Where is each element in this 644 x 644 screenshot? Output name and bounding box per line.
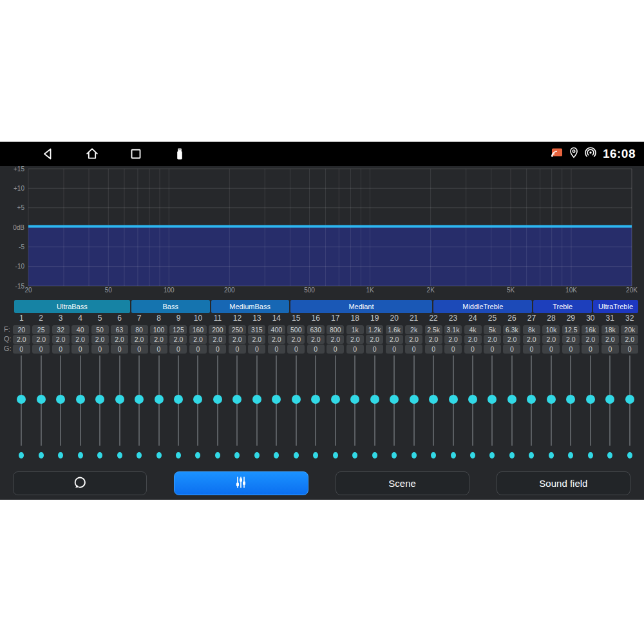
gain-value-chip[interactable]: 0 [621, 345, 638, 354]
gain-value-chip[interactable]: 0 [111, 345, 128, 354]
slider-knob[interactable] [17, 395, 26, 404]
q-value-chip[interactable]: 2.0 [52, 335, 70, 344]
q-value-chip[interactable]: 2.0 [503, 335, 520, 344]
slider-knob[interactable] [468, 395, 477, 404]
gain-slider[interactable] [75, 355, 86, 446]
freq-value-chip[interactable]: 3.1k [444, 325, 462, 334]
gain-slider[interactable] [330, 355, 341, 446]
gain-slider[interactable] [291, 355, 301, 446]
slider-knob[interactable] [547, 395, 556, 404]
gain-slider[interactable] [173, 355, 184, 446]
freq-value-chip[interactable]: 6.3k [503, 325, 520, 334]
sound-field-button[interactable]: Sound field [497, 471, 630, 495]
slider-knob[interactable] [174, 395, 183, 404]
gain-value-chip[interactable]: 0 [150, 345, 167, 354]
q-value-chip[interactable]: 2.0 [327, 335, 344, 344]
freq-value-chip[interactable]: 20 [13, 325, 30, 334]
freq-value-chip[interactable]: 63 [111, 325, 128, 334]
gain-value-chip[interactable]: 0 [32, 345, 50, 354]
gain-slider[interactable] [428, 355, 439, 446]
slider-knob[interactable] [37, 395, 46, 404]
q-value-chip[interactable]: 2.0 [405, 335, 422, 344]
gain-slider[interactable] [370, 355, 380, 446]
slider-knob[interactable] [76, 395, 85, 404]
freq-value-chip[interactable]: 18k [601, 325, 619, 334]
gain-value-chip[interactable]: 0 [444, 345, 462, 354]
q-value-chip[interactable]: 2.0 [71, 335, 89, 344]
gain-value-chip[interactable]: 0 [464, 345, 482, 354]
q-value-chip[interactable]: 2.0 [523, 335, 540, 344]
slider-knob[interactable] [625, 395, 634, 404]
gain-slider[interactable] [389, 355, 399, 446]
gain-slider[interactable] [409, 355, 419, 446]
gain-value-chip[interactable]: 0 [13, 345, 30, 354]
gain-slider[interactable] [95, 355, 105, 446]
gain-value-chip[interactable]: 0 [307, 345, 325, 354]
slider-knob[interactable] [350, 395, 359, 404]
freq-value-chip[interactable]: 200 [209, 325, 226, 334]
q-value-chip[interactable]: 2.0 [91, 335, 109, 344]
freq-value-chip[interactable]: 500 [287, 325, 305, 334]
gain-value-chip[interactable]: 0 [268, 345, 285, 354]
gain-slider[interactable] [310, 355, 321, 446]
slider-knob[interactable] [390, 395, 399, 404]
q-value-chip[interactable]: 2.0 [464, 335, 482, 344]
gain-value-chip[interactable]: 0 [366, 345, 383, 354]
freq-value-chip[interactable]: 50 [91, 325, 109, 334]
freq-value-chip[interactable]: 1.6k [386, 325, 403, 334]
freq-value-chip[interactable]: 40 [71, 325, 89, 334]
reset-button[interactable] [13, 471, 147, 495]
gain-slider[interactable] [55, 355, 66, 446]
gain-slider[interactable] [468, 355, 478, 446]
gain-value-chip[interactable]: 0 [523, 345, 540, 354]
gain-slider[interactable] [625, 355, 635, 446]
slider-knob[interactable] [272, 395, 281, 404]
gain-slider[interactable] [213, 355, 223, 446]
gain-slider[interactable] [252, 355, 262, 446]
gain-value-chip[interactable]: 0 [484, 345, 501, 354]
gain-value-chip[interactable]: 0 [189, 345, 207, 354]
gain-value-chip[interactable]: 0 [209, 345, 226, 354]
freq-value-chip[interactable]: 315 [248, 325, 265, 334]
gain-value-chip[interactable]: 0 [562, 345, 580, 354]
gain-value-chip[interactable]: 0 [405, 345, 422, 354]
slider-knob[interactable] [292, 395, 301, 404]
slider-knob[interactable] [213, 395, 222, 404]
gain-slider[interactable] [36, 355, 46, 446]
q-value-chip[interactable]: 2.0 [268, 335, 285, 344]
slider-knob[interactable] [527, 395, 536, 404]
gain-slider[interactable] [565, 355, 576, 446]
freq-value-chip[interactable]: 1.2k [366, 325, 383, 334]
gain-slider[interactable] [193, 355, 203, 446]
slider-knob[interactable] [252, 395, 261, 404]
slider-knob[interactable] [507, 395, 516, 404]
slider-knob[interactable] [56, 395, 65, 404]
freq-value-chip[interactable]: 80 [131, 325, 148, 334]
q-value-chip[interactable]: 2.0 [287, 335, 305, 344]
gain-slider[interactable] [134, 355, 144, 446]
gain-slider[interactable] [271, 355, 281, 446]
gain-value-chip[interactable]: 0 [601, 345, 619, 354]
slider-knob[interactable] [586, 395, 595, 404]
gain-value-chip[interactable]: 0 [91, 345, 109, 354]
freq-value-chip[interactable]: 4k [464, 325, 482, 334]
q-value-chip[interactable]: 2.0 [248, 335, 265, 344]
freq-value-chip[interactable]: 800 [327, 325, 344, 334]
freq-value-chip[interactable]: 125 [169, 325, 187, 334]
slider-knob[interactable] [135, 395, 144, 404]
freq-value-chip[interactable]: 100 [150, 325, 167, 334]
gain-slider[interactable] [546, 355, 556, 446]
gain-value-chip[interactable]: 0 [503, 345, 520, 354]
q-value-chip[interactable]: 2.0 [32, 335, 50, 344]
scene-button[interactable]: Scene [336, 471, 469, 495]
q-value-chip[interactable]: 2.0 [209, 335, 226, 344]
gain-value-chip[interactable]: 0 [229, 345, 246, 354]
q-value-chip[interactable]: 2.0 [189, 335, 207, 344]
gain-slider[interactable] [507, 355, 517, 446]
home-icon[interactable] [85, 147, 99, 161]
q-value-chip[interactable]: 2.0 [131, 335, 148, 344]
gain-value-chip[interactable]: 0 [386, 345, 403, 354]
gain-slider[interactable] [16, 355, 26, 446]
gain-value-chip[interactable]: 0 [169, 345, 187, 354]
q-value-chip[interactable]: 2.0 [13, 335, 30, 344]
